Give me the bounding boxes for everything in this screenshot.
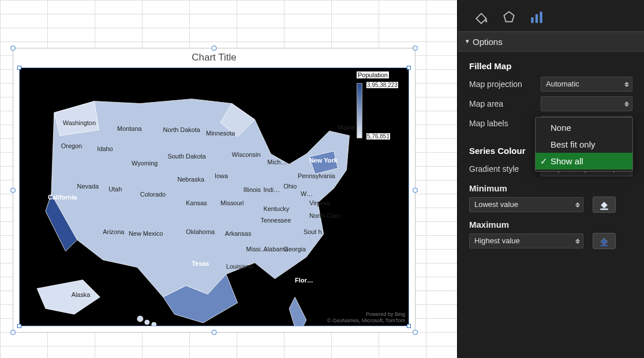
label-nevada: Nevada bbox=[77, 183, 100, 190]
label-kansas: Kansas bbox=[186, 199, 207, 206]
resize-handle-tr[interactable] bbox=[413, 46, 418, 51]
label-ndakota: North Dakota bbox=[163, 126, 201, 133]
label-missouri: Missouri bbox=[220, 199, 244, 206]
options-label: Options bbox=[473, 37, 503, 47]
label-arkansas: Arkansas bbox=[225, 230, 252, 237]
label-nebraska: Nebraska bbox=[177, 176, 205, 183]
label-minnesota: Minnesota bbox=[206, 130, 235, 137]
svg-rect-5 bbox=[600, 245, 608, 247]
map-labels-dropdown: None Best fit only Show all bbox=[535, 117, 633, 172]
label-florida: Flor… bbox=[295, 277, 313, 284]
label-tennessee: Tennessee bbox=[260, 217, 291, 224]
svg-rect-2 bbox=[536, 14, 538, 23]
label-newmexico: New Mexico bbox=[129, 230, 163, 237]
label-oklahoma: Oklahoma bbox=[186, 228, 215, 235]
label-maine: Maine bbox=[338, 124, 355, 131]
format-pane: ▾ Options Filled Map Map projection Auto… bbox=[457, 0, 644, 358]
map-projection-label: Map projection bbox=[469, 80, 535, 89]
resize-handle-b[interactable] bbox=[212, 330, 217, 335]
map-labels-option-show-all[interactable]: Show all bbox=[536, 153, 632, 169]
maximum-select[interactable]: Highest value bbox=[469, 233, 583, 248]
svg-rect-3 bbox=[540, 12, 542, 23]
resize-handle-t[interactable] bbox=[212, 46, 217, 51]
format-pane-tabs bbox=[458, 0, 644, 32]
tab-series-icon[interactable] bbox=[529, 10, 544, 31]
state-alaska[interactable] bbox=[37, 280, 100, 315]
resize-handle-l[interactable] bbox=[10, 188, 16, 193]
state-hawaii-1[interactable] bbox=[137, 316, 143, 322]
state-hawaii-3[interactable] bbox=[152, 322, 156, 326]
paint-bucket-icon bbox=[598, 235, 610, 247]
label-iowa: Iowa bbox=[215, 172, 229, 179]
label-scarolina: Sout h… bbox=[304, 228, 328, 235]
label-illinois: Illinois bbox=[244, 186, 261, 193]
resize-handle-bl[interactable] bbox=[10, 330, 16, 335]
maximum-colour-button[interactable] bbox=[593, 233, 616, 249]
tab-fill-icon[interactable] bbox=[474, 10, 489, 31]
map-labels-option-best-fit[interactable]: Best fit only bbox=[536, 136, 632, 153]
label-colorado: Colorado bbox=[140, 191, 166, 198]
state-washington[interactable] bbox=[54, 101, 99, 136]
tab-effects-icon[interactable] bbox=[501, 10, 516, 31]
label-wv: W… bbox=[301, 191, 313, 198]
label-wyoming: Wyoming bbox=[132, 160, 158, 167]
label-alaska: Alaska bbox=[72, 291, 91, 298]
svg-rect-4 bbox=[600, 209, 608, 210]
label-arizona: Arizona bbox=[103, 228, 125, 235]
gradient-style-label: Gradient style bbox=[469, 164, 535, 174]
label-idaho: Idaho bbox=[97, 145, 113, 152]
map-area-label: Map area bbox=[469, 99, 535, 108]
chart-object[interactable]: Chart Title Population 3,95,38,223 5,76,… bbox=[13, 48, 415, 333]
map-attribution: Powered by Bing © GeoNames, Microsoft, T… bbox=[327, 311, 405, 323]
state-hawaii-2[interactable] bbox=[145, 320, 149, 325]
label-washington: Washington bbox=[63, 119, 96, 126]
label-kentucky: Kentucky bbox=[263, 205, 289, 212]
chart-title[interactable]: Chart Title bbox=[13, 48, 415, 65]
maximum-heading: Maximum bbox=[469, 220, 632, 229]
resize-handle-r[interactable] bbox=[413, 188, 418, 193]
map-area-select[interactable] bbox=[541, 96, 632, 111]
label-ohio: Ohio bbox=[283, 183, 297, 190]
resize-handle-br[interactable] bbox=[413, 330, 418, 335]
svg-rect-1 bbox=[531, 17, 533, 23]
pane-scrollbar[interactable] bbox=[636, 35, 643, 355]
map-labels-option-none[interactable]: None bbox=[536, 119, 632, 136]
svg-marker-0 bbox=[504, 12, 514, 21]
spreadsheet-grid[interactable]: Chart Title Population 3,95,38,223 5,76,… bbox=[0, 0, 457, 358]
filled-map-group: Filled Map Map projection Automatic Map … bbox=[458, 52, 644, 137]
label-texas: Texas bbox=[192, 260, 209, 267]
label-montana: Montana bbox=[117, 125, 142, 132]
paint-bucket-icon bbox=[598, 199, 610, 210]
minimum-select[interactable]: Lowest value bbox=[469, 197, 583, 212]
label-indiana: Indi… bbox=[263, 186, 280, 193]
us-map[interactable]: Washington Oregon Idaho Montana North Da… bbox=[20, 68, 409, 326]
label-virginia: Virginia bbox=[309, 199, 331, 206]
minimum-colour-button[interactable] bbox=[593, 197, 616, 213]
map-labels-label: Map labels bbox=[469, 119, 535, 128]
map-projection-select[interactable]: Automatic bbox=[541, 77, 632, 92]
label-georgia: Georgia bbox=[283, 246, 306, 253]
chevron-down-icon: ▾ bbox=[466, 37, 469, 45]
label-pennsylvania: Pennsylvania bbox=[298, 172, 336, 179]
label-sdakota: South Dakota bbox=[168, 153, 207, 160]
label-utah: Utah bbox=[108, 186, 122, 193]
resize-handle-tl[interactable] bbox=[10, 46, 16, 51]
filled-map-heading: Filled Map bbox=[469, 61, 632, 71]
label-mich: Mich… bbox=[267, 159, 287, 165]
minimum-heading: Minimum bbox=[469, 183, 632, 193]
label-ncarolina: North Caro… bbox=[309, 212, 346, 219]
options-section-header[interactable]: ▾ Options bbox=[458, 32, 644, 52]
label-newyork: New York bbox=[309, 157, 338, 164]
label-wisconsin: Wisconsin bbox=[232, 151, 261, 158]
plot-area[interactable]: Population 3,95,38,223 5,76,851 bbox=[19, 67, 409, 326]
label-oregon: Oregon bbox=[61, 142, 82, 149]
label-california: California bbox=[48, 194, 77, 201]
state-florida[interactable] bbox=[289, 297, 306, 326]
label-louisiana: Louisiana bbox=[226, 263, 254, 270]
